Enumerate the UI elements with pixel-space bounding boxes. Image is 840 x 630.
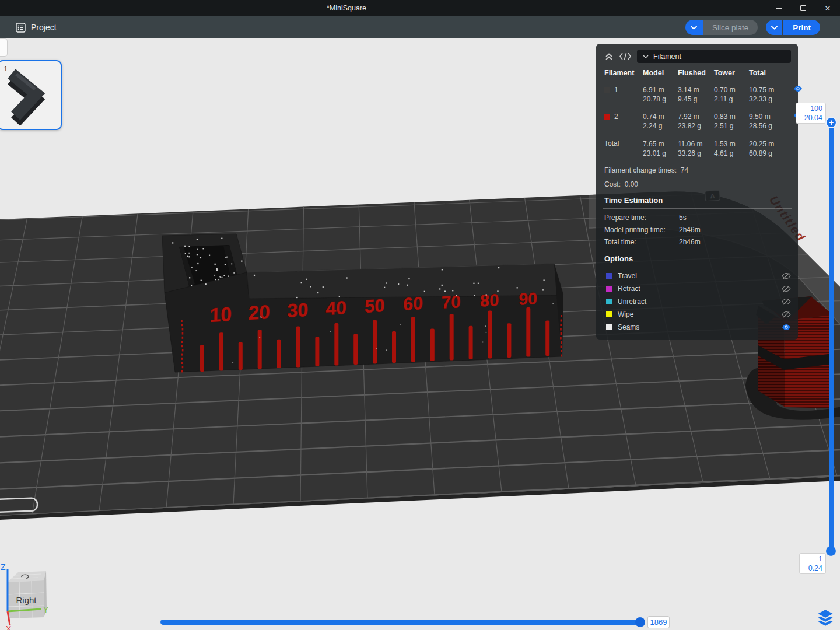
menu-bar: Project Slice plate Print (0, 16, 840, 38)
retract-visibility-toggle[interactable] (782, 285, 791, 292)
print-label: Print (783, 20, 820, 35)
option-travel: Travel (596, 270, 798, 282)
window-title: *MiniSquare (327, 4, 366, 12)
svg-text:10: 10 (209, 303, 232, 326)
nav-cube-face-label[interactable]: Right (16, 595, 37, 605)
svg-text:40: 40 (326, 297, 346, 319)
filament-1-visibility-toggle[interactable] (793, 85, 804, 92)
seams-swatch (606, 324, 612, 330)
print-button[interactable]: Print (766, 20, 820, 35)
layer-slider-bottom-handle[interactable] (826, 546, 836, 556)
model-printing-time-row: Model printing time: 2h46m (596, 224, 798, 236)
retract-swatch (606, 286, 612, 292)
svg-text:30: 30 (287, 299, 309, 321)
travel-swatch (606, 273, 612, 279)
filament-panel: Filament FilamentModel FlushedTower Tota… (596, 44, 798, 340)
layer-slider-track[interactable] (829, 123, 834, 551)
option-unretract: Unretract (596, 295, 798, 308)
minimize-button[interactable] (766, 0, 791, 16)
svg-text:50: 50 (365, 295, 385, 317)
slice-plate-label: Slice plate (703, 20, 758, 35)
slice-dropdown-arrow[interactable] (685, 20, 703, 35)
layer-slider-top-handle[interactable]: + (825, 117, 837, 128)
option-seams: Seams (596, 321, 798, 334)
prepare-time-row: Prepare time: 5s (596, 209, 798, 224)
svg-text:60: 60 (403, 293, 423, 314)
filament-total-row: Total 7.65 m23.01 g 11.06 m33.26 g 1.53 … (596, 135, 798, 162)
unretract-visibility-toggle[interactable] (782, 298, 791, 305)
seams-visibility-toggle[interactable] (782, 324, 791, 331)
layer-slider-top-label: 10020.04 (796, 103, 826, 124)
option-retract: Retract (596, 282, 798, 295)
svg-text:80: 80 (480, 290, 499, 310)
project-menu-item[interactable]: Project (16, 23, 57, 33)
wipe-visibility-toggle[interactable] (782, 311, 791, 318)
maximize-icon (800, 5, 806, 11)
view-mode-select[interactable]: Filament (637, 50, 791, 63)
option-wipe: Wipe (596, 308, 798, 321)
filament-2-swatch (604, 114, 610, 120)
plate-thumbnail[interactable]: 1 (0, 60, 62, 130)
view-mode-value: Filament (653, 52, 681, 61)
project-icon (16, 23, 26, 33)
wipe-swatch (606, 312, 612, 317)
filament-table-header: FilamentModel FlushedTower Total (596, 68, 798, 80)
svg-text:70: 70 (441, 292, 461, 312)
gcode-view-icon[interactable] (620, 52, 631, 60)
project-menu-label: Project (31, 23, 57, 32)
close-icon: ✕ (825, 5, 831, 12)
total-time-row: Total time: 2h46m (596, 236, 798, 249)
svg-text:20: 20 (248, 301, 270, 324)
filament-row-2: 2 0.74 m2.24 g 7.92 m23.82 g 0.83 m2.51 … (596, 108, 798, 135)
layers-icon[interactable] (814, 608, 836, 630)
filament-1-swatch (604, 87, 610, 93)
axis-y-label: Y (43, 605, 49, 614)
chevron-down-icon (643, 55, 649, 58)
axis-z-label: Z (1, 562, 6, 572)
move-slider-track[interactable] (160, 620, 645, 625)
cost: Cost: 0.00 (596, 176, 798, 190)
plate-thumbnail-model (0, 61, 61, 129)
sidebar-collapse-tab[interactable] (0, 38, 8, 57)
move-slider-value: 1869 (648, 616, 670, 628)
print-dropdown-arrow[interactable] (766, 20, 783, 35)
collapse-panel-icon[interactable] (604, 52, 614, 61)
move-slider-handle[interactable] (635, 617, 645, 627)
filament-change-times: Filament change times: 74 (596, 162, 798, 176)
layer-slider-bottom-label: 10.24 (799, 553, 826, 574)
maximize-button[interactable] (791, 0, 816, 16)
slice-plate-button[interactable]: Slice plate (685, 20, 758, 35)
close-button[interactable]: ✕ (816, 0, 840, 16)
app-window: A Untitled 10 20 30 40 50 (0, 0, 840, 630)
minimize-icon (776, 8, 782, 9)
svg-text:90: 90 (519, 289, 537, 309)
filament-row-1: 1 6.91 m20.78 g 3.14 m9.45 g 0.70 m2.11 … (596, 81, 798, 108)
plate-thumbnail-index: 1 (4, 64, 8, 73)
time-estimation-title: Time Estimation (596, 190, 798, 208)
travel-visibility-toggle[interactable] (782, 272, 791, 279)
title-bar: *MiniSquare ✕ (0, 0, 840, 16)
axis-x-label: X (6, 624, 12, 630)
options-title: Options (596, 249, 798, 267)
unretract-swatch (606, 299, 612, 304)
